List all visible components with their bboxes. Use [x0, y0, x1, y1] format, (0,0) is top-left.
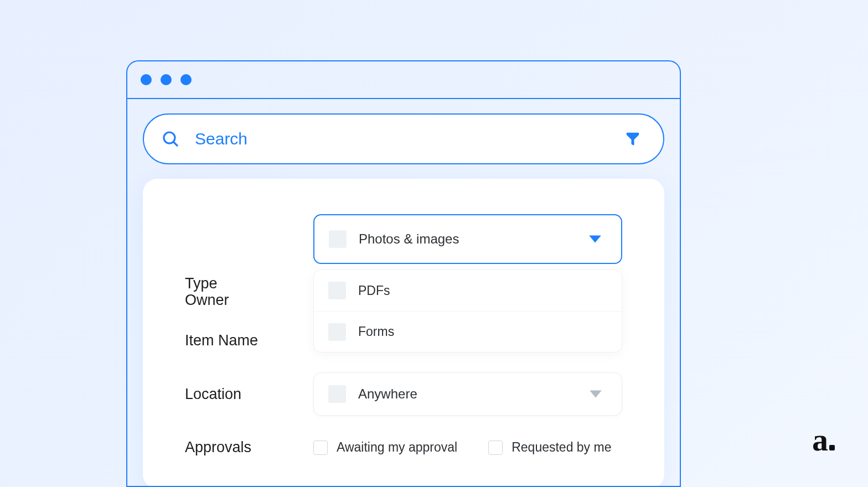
filter-row-approvals: Approvals Awaiting my approval Requested…	[185, 439, 622, 456]
type-option-label: PDFs	[358, 283, 390, 298]
search-bar	[143, 113, 664, 164]
svg-marker-3	[590, 391, 602, 398]
svg-line-1	[173, 142, 177, 146]
filters-panel: Type Photos & images PDFs	[143, 179, 664, 487]
brand-logo: a	[812, 421, 835, 458]
filter-label-location: Location	[185, 386, 313, 403]
search-icon	[162, 130, 179, 148]
type-option-pdfs[interactable]: PDFs	[314, 270, 622, 311]
type-option-label: Forms	[358, 324, 394, 339]
filter-row-location: Location Anywhere	[185, 372, 622, 416]
window-control-close[interactable]	[141, 74, 152, 85]
type-option-forms[interactable]: Forms	[314, 311, 622, 352]
location-option-icon	[328, 385, 346, 403]
checkbox[interactable]	[488, 441, 503, 455]
type-dropdown: PDFs Forms	[313, 270, 622, 353]
location-select-value: Anywhere	[358, 386, 576, 402]
approvals-option-label: Requested by me	[512, 440, 611, 455]
chevron-down-icon	[588, 234, 602, 245]
search-input[interactable]	[195, 129, 609, 148]
approvals-option-awaiting[interactable]: Awaiting my approval	[313, 440, 457, 455]
window-titlebar	[127, 61, 680, 99]
filter-label-item-name: Item Name	[185, 332, 313, 349]
type-option-icon	[329, 230, 347, 248]
filter-label-approvals: Approvals	[185, 439, 313, 456]
type-option-icon	[328, 282, 346, 299]
filter-label-type: Type	[185, 275, 313, 292]
checkbox[interactable]	[313, 441, 328, 455]
approvals-option-requested[interactable]: Requested by me	[488, 440, 611, 455]
type-select[interactable]: Photos & images	[313, 214, 622, 264]
window-control-maximize[interactable]	[180, 74, 192, 85]
browser-window: Type Photos & images PDFs	[126, 60, 681, 487]
window-control-minimize[interactable]	[161, 74, 172, 85]
type-option-icon	[328, 323, 346, 341]
window-body: Type Photos & images PDFs	[127, 99, 680, 487]
filter-icon[interactable]	[624, 131, 641, 147]
svg-marker-2	[589, 236, 601, 243]
filter-label-owner: Owner	[185, 292, 313, 309]
approvals-option-label: Awaiting my approval	[337, 440, 457, 455]
type-select-value: Photos & images	[359, 231, 576, 247]
location-select[interactable]: Anywhere	[313, 372, 622, 416]
chevron-down-icon	[588, 388, 603, 400]
